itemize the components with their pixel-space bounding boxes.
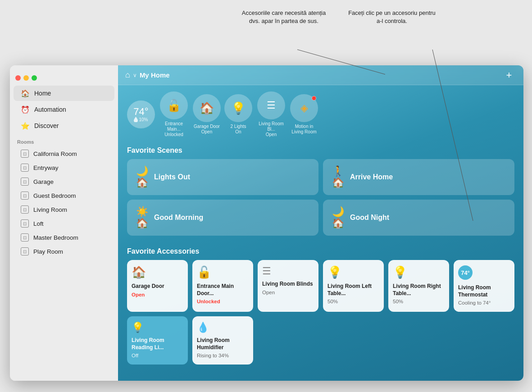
- room-label: Master Bedroom: [33, 234, 78, 241]
- room-icon: ⊡: [21, 219, 29, 228]
- room-icon: ⊡: [21, 191, 29, 200]
- scene-good-morning-label: Good Morning: [154, 214, 203, 222]
- room-icon: ⊡: [21, 205, 29, 214]
- maximize-button[interactable]: [32, 75, 37, 81]
- close-button[interactable]: [15, 75, 21, 81]
- acc-lr-reading-light[interactable]: 💡 Living Room Reading Li... Off: [127, 316, 188, 365]
- room-icon: ⊡: [21, 247, 29, 255]
- add-button[interactable]: +: [502, 68, 516, 82]
- humidity-value: 10%: [134, 117, 148, 122]
- room-label: Loft: [33, 220, 44, 227]
- sidebar-item-discover-label: Discover: [34, 122, 59, 129]
- chevron-down-icon[interactable]: ∨: [133, 72, 137, 78]
- acc-lr-left-lamp-status: 50%: [327, 299, 379, 305]
- acc-garage-door[interactable]: 🏠 Garage Door Open: [127, 260, 188, 312]
- sidebar-item-home-label: Home: [34, 90, 51, 97]
- acc-lr-right-lamp[interactable]: 💡 Living Room Right Table... 50%: [388, 260, 449, 312]
- garage-label: Garage DoorOpen: [194, 124, 220, 135]
- thermostat-temp-badge: 74°: [458, 265, 473, 280]
- room-label: Play Room: [33, 248, 63, 255]
- good-night-icon: 🌙🏠: [331, 206, 345, 229]
- tooltip-area: Accesoriile care necesită atenția dvs. a…: [239, 9, 518, 25]
- title-bar: ⌂ ∨ My Home +: [118, 65, 523, 85]
- minimize-button[interactable]: [23, 75, 29, 81]
- rooms-section-label: Rooms: [10, 134, 118, 146]
- traffic-lights: [10, 71, 118, 85]
- right-lamp-acc-icon: 💡: [393, 265, 445, 279]
- room-guest-bedroom[interactable]: ⊡ Guest Bedroom: [14, 189, 114, 202]
- entrance-door-acc-icon: 🔓: [197, 265, 249, 279]
- entrance-label: Entrance Main...Unlocked: [159, 121, 189, 137]
- home-title-icon: ⌂: [125, 70, 130, 80]
- room-master-bedroom[interactable]: ⊡ Master Bedroom: [14, 231, 114, 244]
- scene-lights-out[interactable]: 🌙🏠 Lights Out: [127, 159, 318, 195]
- garage-door-acc-icon: 🏠: [132, 265, 183, 279]
- acc-lr-humidifier[interactable]: 💧 Living Room Humidifier Rising to 34%: [192, 316, 253, 365]
- temp-value: 74°: [133, 107, 148, 117]
- sidebar-item-automation[interactable]: ⏰ Automation: [14, 102, 114, 117]
- scene-lights-out-label: Lights Out: [154, 173, 190, 181]
- acc-lr-thermostat-name: Living Room Thermostat: [458, 284, 510, 298]
- arrive-home-icon: 🚶🏠: [331, 165, 345, 189]
- app-window: 🏠 Home ⏰ Automation ⭐ Discover Rooms ⊡ C…: [10, 65, 523, 381]
- acc-empty-3: [258, 316, 318, 365]
- room-living-room[interactable]: ⊡ Living Room: [14, 203, 114, 216]
- room-icon: ⊡: [21, 178, 29, 186]
- room-loft[interactable]: ⊡ Loft: [14, 217, 114, 230]
- left-lamp-acc-icon: 💡: [327, 265, 379, 279]
- status-tile-lights[interactable]: 💡 2 LightsOn: [224, 94, 252, 135]
- blinds-circle: ☰: [257, 91, 285, 119]
- sidebar-nav: 🏠 Home ⏰ Automation ⭐ Discover: [10, 85, 118, 134]
- acc-lr-blinds[interactable]: ☰ Living Room Blinds Open: [258, 260, 318, 312]
- acc-lr-left-lamp-name: Living Room Left Table...: [327, 283, 379, 297]
- main-content: ⌂ ∨ My Home + 74° 10% 🔓: [118, 65, 523, 381]
- status-tile-garage[interactable]: 🏠 Garage DoorOpen: [193, 94, 221, 135]
- scenes-title: Favorite Scenes: [127, 146, 514, 155]
- acc-lr-humidifier-name: Living Room Humidifier: [197, 337, 249, 351]
- tooltip-right: Faceți clic pe un accesoriu pentru a-l c…: [347, 9, 437, 25]
- blinds-icon: ☰: [267, 100, 276, 111]
- room-california[interactable]: ⊡ California Room: [14, 147, 114, 160]
- acc-entrance-door[interactable]: 🔓 Entrance Main Door... Unlocked: [192, 260, 253, 312]
- acc-empty-5: [388, 316, 449, 365]
- status-tile-motion[interactable]: ◈ Motion inLiving Room: [290, 94, 318, 135]
- accessories-section: Favorite Accessories 🏠 Garage Door Open …: [118, 243, 523, 372]
- room-icon: ⊡: [21, 150, 29, 158]
- lights-label: 2 LightsOn: [230, 124, 246, 135]
- humidifier-acc-icon: 💧: [197, 322, 249, 333]
- room-icon: ⊡: [21, 233, 29, 242]
- discover-icon: ⭐: [21, 121, 30, 130]
- room-label: Garage: [33, 178, 54, 185]
- scene-arrive-home[interactable]: 🚶🏠 Arrive Home: [323, 159, 514, 195]
- status-tile-blinds[interactable]: ☰ Living Room Bl...Open: [256, 91, 286, 137]
- motion-circle: ◈: [290, 94, 318, 122]
- scene-good-night-label: Good Night: [350, 214, 389, 222]
- room-entryway[interactable]: ⊡ Entryway: [14, 161, 114, 174]
- acc-lr-left-lamp[interactable]: 💡 Living Room Left Table... 50%: [323, 260, 384, 312]
- acc-lr-thermostat[interactable]: 74° Living Room Thermostat Cooling to 74…: [454, 260, 514, 312]
- humidity-icon: [134, 117, 138, 122]
- acc-lr-thermostat-status: Cooling to 74°: [458, 300, 510, 306]
- reading-light-acc-icon: 💡: [132, 322, 183, 333]
- status-tile-entrance[interactable]: 🔓 Entrance Main...Unlocked: [159, 91, 189, 137]
- acc-empty-6: [454, 316, 514, 365]
- scene-good-morning[interactable]: ☀️🏠 Good Morning: [127, 200, 318, 236]
- room-garage[interactable]: ⊡ Garage: [14, 175, 114, 188]
- acc-empty-4: [323, 316, 384, 365]
- sidebar: 🏠 Home ⏰ Automation ⭐ Discover Rooms ⊡ C…: [10, 65, 118, 381]
- scene-good-night[interactable]: 🌙🏠 Good Night: [323, 200, 514, 236]
- sidebar-item-home[interactable]: 🏠 Home: [14, 86, 114, 101]
- acc-lr-humidifier-status: Rising to 34%: [197, 353, 249, 359]
- window-title: My Home: [140, 71, 170, 79]
- scene-arrive-home-label: Arrive Home: [350, 173, 393, 181]
- sidebar-item-discover[interactable]: ⭐ Discover: [14, 118, 114, 133]
- motion-label: Motion inLiving Room: [291, 124, 317, 135]
- acc-garage-door-status: Open: [132, 292, 183, 298]
- title-bar-left: ⌂ ∨ My Home: [125, 70, 170, 80]
- room-play-room[interactable]: ⊡ Play Room: [14, 245, 114, 258]
- acc-entrance-door-status: Unlocked: [197, 299, 249, 305]
- room-label: Guest Bedroom: [33, 192, 76, 199]
- status-tile-temp[interactable]: 74° 10%: [127, 100, 155, 128]
- acc-lr-right-lamp-name: Living Room Right Table...: [393, 283, 445, 297]
- automation-icon: ⏰: [21, 105, 30, 114]
